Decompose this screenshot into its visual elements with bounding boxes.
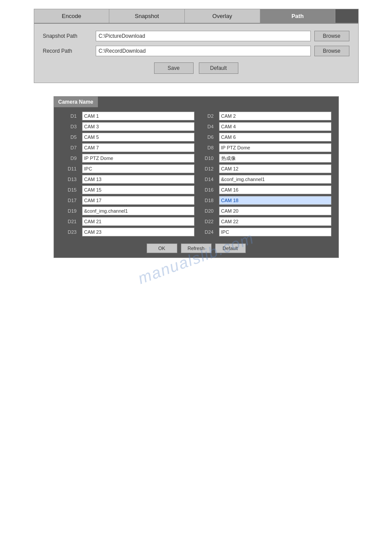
cam-input-d21[interactable] (82, 217, 194, 226)
cam-input-d8[interactable] (219, 143, 331, 152)
panel-body: Snapshot Path Browse Record Path Browse … (34, 24, 358, 83)
cam-label-d9: D9 (61, 154, 79, 163)
camera-actions: OK Refresh Default (54, 243, 338, 253)
cam-label-d13: D13 (61, 175, 79, 184)
cam-label-d10: D10 (198, 154, 216, 163)
record-path-row: Record Path Browse (43, 46, 349, 56)
cam-input-d18[interactable] (219, 196, 331, 205)
default-button[interactable]: Default (199, 62, 238, 74)
cam-label-d19: D19 (61, 207, 79, 215)
cam-label-d2: D2 (198, 112, 216, 120)
cam-label-d12: D12 (198, 164, 216, 173)
path-settings-panel: Encode Snapshot Overlay Path Snapshot Pa… (34, 9, 359, 83)
cam-input-d13[interactable] (82, 175, 194, 184)
cam-label-d7: D7 (61, 143, 79, 152)
camera-name-header: Camera Name (54, 97, 98, 107)
camera-grid: D1D2D3D4D5D6D7D8D9D10D11D12D13D14D15D16D… (54, 110, 338, 240)
cam-input-d11[interactable] (82, 164, 194, 173)
cam-input-d24[interactable] (219, 228, 331, 236)
snapshot-browse-button[interactable]: Browse (314, 31, 349, 41)
cam-label-d4: D4 (198, 122, 216, 131)
cam-label-d24: D24 (198, 228, 216, 236)
cam-input-d1[interactable] (82, 112, 194, 120)
cam-input-d14[interactable] (219, 175, 331, 184)
tab-spacer (335, 9, 358, 23)
tab-bar: Encode Snapshot Overlay Path (34, 9, 358, 24)
cam-input-d22[interactable] (219, 217, 331, 226)
record-path-input[interactable] (96, 46, 311, 56)
cam-label-d1: D1 (61, 112, 79, 120)
camera-name-panel: Camera Name D1D2D3D4D5D6D7D8D9D10D11D12D… (54, 96, 339, 258)
cam-label-d15: D15 (61, 185, 79, 194)
path-actions: Save Default (43, 62, 349, 74)
record-path-label: Record Path (43, 48, 96, 54)
save-button[interactable]: Save (154, 62, 194, 74)
cam-input-d10[interactable] (219, 154, 331, 163)
cam-label-d5: D5 (61, 133, 79, 141)
snapshot-path-input[interactable] (96, 31, 311, 41)
tab-snapshot[interactable]: Snapshot (109, 9, 185, 23)
cam-label-d21: D21 (61, 217, 79, 226)
cam-label-d20: D20 (198, 207, 216, 215)
cam-input-d23[interactable] (82, 228, 194, 236)
camera-name-header-row: Camera Name (54, 97, 338, 107)
cam-label-d11: D11 (61, 164, 79, 173)
cam-input-d5[interactable] (82, 133, 194, 141)
cam-input-d20[interactable] (219, 207, 331, 215)
cam-label-d8: D8 (198, 143, 216, 152)
record-browse-button[interactable]: Browse (314, 46, 349, 56)
ok-button[interactable]: OK (147, 243, 177, 253)
cam-label-d3: D3 (61, 122, 79, 131)
cam-input-d2[interactable] (219, 112, 331, 120)
cam-input-d6[interactable] (219, 133, 331, 141)
cam-input-d15[interactable] (82, 185, 194, 194)
cam-label-d16: D16 (198, 185, 216, 194)
cam-input-d19[interactable] (82, 207, 194, 215)
tab-path[interactable]: Path (260, 9, 336, 23)
tab-overlay[interactable]: Overlay (185, 9, 260, 23)
cam-label-d17: D17 (61, 196, 79, 205)
cam-input-d3[interactable] (82, 122, 194, 131)
cam-input-d17[interactable] (82, 196, 194, 205)
cam-label-d6: D6 (198, 133, 216, 141)
cam-label-d14: D14 (198, 175, 216, 184)
refresh-button[interactable]: Refresh (181, 243, 212, 253)
cam-input-d7[interactable] (82, 143, 194, 152)
cam-label-d18: D18 (198, 196, 216, 205)
cam-input-d16[interactable] (219, 185, 331, 194)
cam-input-d9[interactable] (82, 154, 194, 163)
cam-label-d23: D23 (61, 228, 79, 236)
cam-label-d22: D22 (198, 217, 216, 226)
cam-input-d12[interactable] (219, 164, 331, 173)
snapshot-path-row: Snapshot Path Browse (43, 31, 349, 41)
cam-input-d4[interactable] (219, 122, 331, 131)
snapshot-path-label: Snapshot Path (43, 33, 96, 39)
camera-default-button[interactable]: Default (215, 243, 246, 253)
tab-encode[interactable]: Encode (34, 9, 110, 23)
